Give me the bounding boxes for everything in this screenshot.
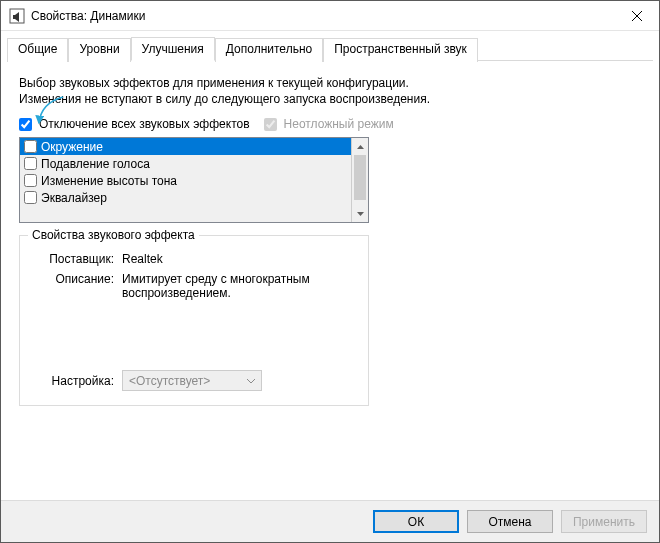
effect-label: Окружение bbox=[41, 140, 103, 154]
effect-checkbox[interactable] bbox=[24, 174, 37, 187]
chevron-down-icon bbox=[357, 212, 364, 216]
tab-advanced[interactable]: Дополнительно bbox=[215, 38, 323, 62]
scroll-down-button[interactable] bbox=[352, 205, 368, 222]
effect-checkbox[interactable] bbox=[24, 191, 37, 204]
properties-window: Свойства: Динамики Общие Уровни Улучшени… bbox=[0, 0, 660, 543]
tab-content: Выбор звуковых эффектов для применения к… bbox=[1, 61, 659, 500]
ok-button[interactable]: ОК bbox=[373, 510, 459, 533]
scroll-thumb[interactable] bbox=[354, 155, 366, 200]
window-title: Свойства: Динамики bbox=[31, 9, 145, 23]
immediate-mode-checkbox: Неотложный режим bbox=[264, 117, 394, 131]
cancel-button[interactable]: Отмена bbox=[467, 510, 553, 533]
button-bar: ОК Отмена Применить bbox=[1, 500, 659, 542]
effect-label: Эквалайзер bbox=[41, 191, 107, 205]
effect-properties-group: Свойства звукового эффекта Поставщик: Re… bbox=[19, 235, 369, 406]
disable-all-effects-checkbox[interactable]: Отключение всех звуковых эффектов bbox=[19, 117, 250, 131]
tab-general[interactable]: Общие bbox=[7, 38, 68, 62]
speaker-icon bbox=[9, 8, 25, 24]
effect-checkbox[interactable] bbox=[24, 140, 37, 153]
svg-rect-1 bbox=[13, 15, 15, 19]
immediate-mode-label: Неотложный режим bbox=[284, 117, 394, 131]
close-icon bbox=[632, 11, 642, 21]
effect-item-environment[interactable]: Окружение bbox=[20, 138, 351, 155]
setting-label: Настройка: bbox=[32, 374, 122, 388]
effects-scrollbar[interactable] bbox=[351, 138, 368, 222]
tab-enhancements[interactable]: Улучшения bbox=[131, 37, 215, 61]
setting-select: <Отсутствует> bbox=[122, 370, 262, 391]
effect-label: Подавление голоса bbox=[41, 157, 150, 171]
description-value: Имитирует среду с многократным воспроизв… bbox=[122, 272, 322, 300]
disable-all-effects-label: Отключение всех звуковых эффектов bbox=[39, 117, 250, 131]
tab-levels[interactable]: Уровни bbox=[68, 38, 130, 62]
immediate-mode-input bbox=[264, 118, 277, 131]
effect-item-voice-suppression[interactable]: Подавление голоса bbox=[20, 155, 351, 172]
effect-item-equalizer[interactable]: Эквалайзер bbox=[20, 189, 351, 206]
tab-bar: Общие Уровни Улучшения Дополнительно Про… bbox=[1, 33, 659, 61]
provider-value: Realtek bbox=[122, 252, 322, 266]
effect-label: Изменение высоты тона bbox=[41, 174, 177, 188]
effect-checkbox[interactable] bbox=[24, 157, 37, 170]
effect-properties-legend: Свойства звукового эффекта bbox=[28, 228, 199, 242]
apply-button: Применить bbox=[561, 510, 647, 533]
close-button[interactable] bbox=[614, 1, 659, 31]
chevron-down-icon bbox=[247, 376, 255, 386]
top-options-row: Отключение всех звуковых эффектов Неотло… bbox=[19, 117, 641, 131]
disable-all-effects-input[interactable] bbox=[19, 118, 32, 131]
chevron-up-icon bbox=[357, 145, 364, 149]
effects-items: Окружение Подавление голоса Изменение вы… bbox=[20, 138, 351, 222]
provider-label: Поставщик: bbox=[32, 252, 122, 266]
titlebar: Свойства: Динамики bbox=[1, 1, 659, 31]
effect-item-pitch-shift[interactable]: Изменение высоты тона bbox=[20, 172, 351, 189]
enhancements-description: Выбор звуковых эффектов для применения к… bbox=[19, 75, 439, 107]
setting-value: <Отсутствует> bbox=[129, 374, 210, 388]
description-label: Описание: bbox=[32, 272, 122, 300]
scroll-up-button[interactable] bbox=[352, 138, 368, 155]
tab-spatial-sound[interactable]: Пространственный звук bbox=[323, 38, 478, 62]
effects-listbox[interactable]: Окружение Подавление голоса Изменение вы… bbox=[19, 137, 369, 223]
